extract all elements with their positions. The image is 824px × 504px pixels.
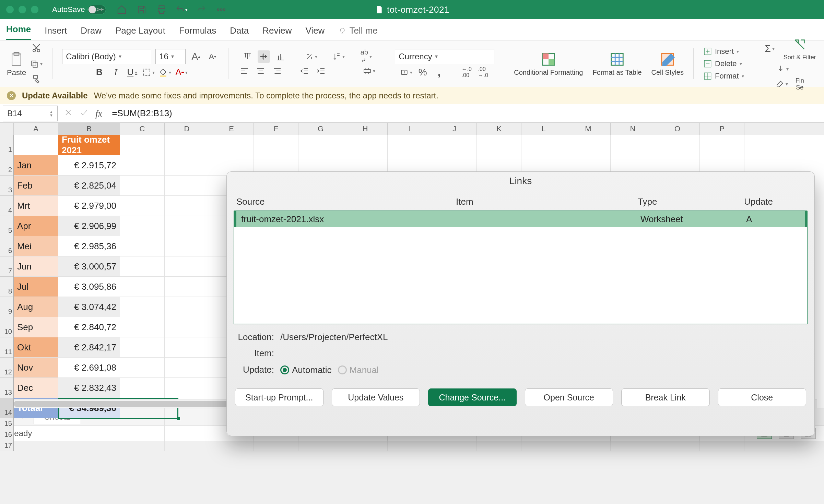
clear-icon[interactable]	[776, 78, 788, 90]
cell[interactable]	[120, 236, 165, 256]
decrease-font-icon[interactable]: A▾	[206, 50, 219, 63]
cut-icon[interactable]	[30, 42, 43, 54]
cell[interactable]	[120, 176, 165, 196]
cell[interactable]: € 2.915,72	[58, 155, 120, 176]
cell[interactable]: Apr	[14, 216, 58, 236]
cell[interactable]	[58, 440, 120, 451]
orientation-icon[interactable]	[305, 50, 317, 63]
cell[interactable]	[700, 440, 744, 451]
cell[interactable]	[120, 358, 165, 378]
cell[interactable]	[165, 378, 209, 398]
cell[interactable]	[165, 297, 209, 317]
wrap-text-icon[interactable]: ab⤶	[360, 50, 372, 63]
cell[interactable]: € 3.095,86	[58, 277, 120, 297]
link-row[interactable]: fruit-omzet-2021.xlsx Worksheet A	[234, 211, 807, 227]
cell[interactable]	[58, 418, 120, 429]
cell[interactable]: Jan	[14, 155, 58, 176]
cell[interactable]	[120, 378, 165, 398]
cell[interactable]	[432, 440, 477, 451]
align-top-icon[interactable]	[241, 50, 254, 63]
cell[interactable]	[566, 135, 611, 155]
cell[interactable]	[165, 176, 209, 196]
cell[interactable]: Aug	[14, 297, 58, 317]
home-icon[interactable]	[116, 3, 128, 16]
cell[interactable]	[120, 337, 165, 358]
cell[interactable]: Jun	[14, 256, 58, 277]
minimize-dot-icon[interactable]	[19, 6, 26, 13]
cell[interactable]	[209, 135, 254, 155]
cell[interactable]: € 2.840,72	[58, 317, 120, 337]
update-manual-radio[interactable]: Manual	[338, 364, 379, 375]
cell[interactable]	[120, 196, 165, 216]
cell[interactable]: Okt	[14, 337, 58, 358]
cell[interactable]: Sep	[14, 317, 58, 337]
tell-me[interactable]: Tell me	[338, 25, 377, 40]
cell[interactable]	[209, 440, 254, 451]
format-as-table-button[interactable]: Format as Table	[592, 51, 641, 76]
cell[interactable]: Fruit omzet 2021	[58, 135, 120, 155]
font-color-icon[interactable]: A	[175, 66, 188, 79]
fill-handle[interactable]	[177, 417, 180, 421]
cell[interactable]: Dec	[14, 378, 58, 398]
cell[interactable]	[165, 429, 209, 440]
increase-font-icon[interactable]: A▴	[190, 50, 202, 63]
cell[interactable]	[165, 155, 209, 176]
increase-indent-icon[interactable]	[315, 65, 327, 77]
comma-icon[interactable]: ,	[433, 66, 445, 79]
fx-icon[interactable]: fx	[95, 108, 102, 119]
cell[interactable]: Jul	[14, 277, 58, 297]
cell[interactable]	[58, 429, 120, 440]
cell[interactable]	[700, 135, 744, 155]
cell[interactable]	[165, 337, 209, 358]
tab-home[interactable]: Home	[6, 24, 31, 40]
cell[interactable]	[165, 236, 209, 256]
borders-icon[interactable]	[142, 66, 155, 79]
cell[interactable]	[120, 135, 165, 155]
cell[interactable]	[165, 418, 209, 429]
cell[interactable]	[254, 440, 298, 451]
find-select-button[interactable]: FinSe	[796, 77, 804, 91]
cell[interactable]	[14, 440, 58, 451]
align-right-icon[interactable]	[271, 65, 283, 77]
sort-filter-button[interactable]: Sort & Filter	[784, 37, 816, 61]
font-size-select[interactable]: 16▾	[155, 49, 186, 64]
autosum-icon[interactable]: Σ	[764, 43, 776, 55]
cell[interactable]	[298, 440, 343, 451]
underline-button[interactable]: U	[126, 66, 138, 79]
bold-button[interactable]: B	[93, 66, 105, 79]
number-format-select[interactable]: Currency▾	[395, 49, 494, 64]
close-notice-icon[interactable]: ✕	[7, 91, 16, 100]
tab-page-layout[interactable]: Page Layout	[115, 25, 165, 40]
startup-prompt-button[interactable]: Start-up Prompt...	[235, 388, 323, 406]
decrease-decimal-icon[interactable]: .00→.0	[477, 66, 489, 79]
paste-button[interactable]: Paste	[7, 50, 26, 77]
increase-decimal-icon[interactable]: ←.0.00	[460, 66, 473, 79]
cell[interactable]	[14, 418, 58, 429]
cell[interactable]: Nov	[14, 358, 58, 378]
cell[interactable]: € 2.985,36	[58, 236, 120, 256]
decrease-indent-icon[interactable]	[298, 65, 311, 77]
more-icon[interactable]	[215, 3, 227, 16]
cell[interactable]	[120, 216, 165, 236]
cell[interactable]	[655, 440, 700, 451]
cell[interactable]	[521, 135, 566, 155]
cell[interactable]	[120, 297, 165, 317]
merge-icon[interactable]	[363, 65, 375, 77]
cell[interactable]	[566, 440, 611, 451]
format-cells-button[interactable]: Format ▾	[703, 72, 744, 81]
redo-icon[interactable]	[195, 3, 208, 16]
cell[interactable]	[120, 440, 165, 451]
cell[interactable]	[343, 440, 388, 451]
tab-insert[interactable]: Insert	[45, 25, 67, 40]
cell[interactable]	[165, 256, 209, 277]
update-values-button[interactable]: Update Values	[332, 388, 420, 406]
zoom-dot-icon[interactable]	[31, 6, 38, 13]
autosave-toggle[interactable]: AutoSave OFF	[52, 5, 106, 14]
tab-formulas[interactable]: Formulas	[179, 25, 216, 40]
cell[interactable]	[14, 429, 58, 440]
align-center-icon[interactable]	[255, 65, 267, 77]
column-headers[interactable]: ABCDEFGHIJKLMNOP	[14, 123, 824, 135]
cell[interactable]	[120, 277, 165, 297]
font-name-select[interactable]: Calibri (Body)▾	[62, 49, 151, 64]
tab-view[interactable]: View	[306, 25, 325, 40]
